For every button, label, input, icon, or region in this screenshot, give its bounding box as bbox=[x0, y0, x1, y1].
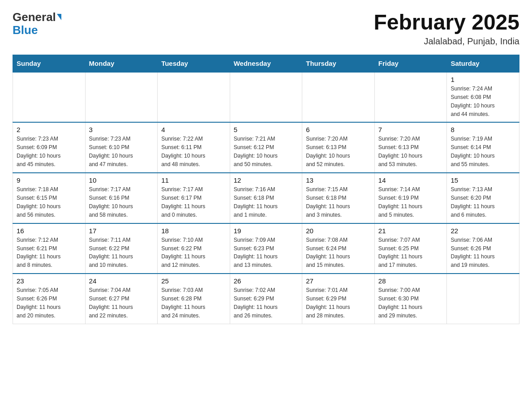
calendar-cell: 26Sunrise: 7:02 AM Sunset: 6:29 PM Dayli… bbox=[230, 274, 302, 324]
day-info: Sunrise: 7:03 AM Sunset: 6:28 PM Dayligh… bbox=[161, 286, 226, 320]
day-number: 25 bbox=[161, 277, 226, 285]
day-info: Sunrise: 7:22 AM Sunset: 6:11 PM Dayligh… bbox=[161, 135, 226, 169]
calendar-cell: 13Sunrise: 7:15 AM Sunset: 6:18 PM Dayli… bbox=[302, 173, 375, 223]
calendar-table: SundayMondayTuesdayWednesdayThursdayFrid… bbox=[13, 55, 519, 324]
day-info: Sunrise: 7:17 AM Sunset: 6:16 PM Dayligh… bbox=[89, 185, 154, 219]
day-number: 9 bbox=[17, 176, 82, 184]
day-info: Sunrise: 7:15 AM Sunset: 6:18 PM Dayligh… bbox=[306, 185, 371, 219]
day-number: 5 bbox=[234, 126, 299, 133]
day-info: Sunrise: 7:06 AM Sunset: 6:26 PM Dayligh… bbox=[450, 236, 515, 270]
calendar-cell bbox=[158, 72, 230, 123]
day-info: Sunrise: 7:04 AM Sunset: 6:27 PM Dayligh… bbox=[89, 286, 154, 320]
calendar-cell: 19Sunrise: 7:09 AM Sunset: 6:23 PM Dayli… bbox=[230, 223, 302, 274]
day-number: 18 bbox=[161, 227, 226, 235]
calendar-week-row: 9Sunrise: 7:18 AM Sunset: 6:15 PM Daylig… bbox=[13, 173, 519, 223]
day-info: Sunrise: 7:11 AM Sunset: 6:22 PM Dayligh… bbox=[89, 236, 154, 270]
day-info: Sunrise: 7:00 AM Sunset: 6:30 PM Dayligh… bbox=[378, 286, 443, 320]
weekday-header-sunday: Sunday bbox=[13, 55, 86, 72]
calendar-cell: 22Sunrise: 7:06 AM Sunset: 6:26 PM Dayli… bbox=[447, 223, 519, 274]
page-header: General Blue February 2025 Jalalabad, Pu… bbox=[13, 11, 519, 47]
calendar-cell: 1Sunrise: 7:24 AM Sunset: 6:08 PM Daylig… bbox=[447, 72, 519, 123]
weekday-header-thursday: Thursday bbox=[302, 55, 375, 72]
calendar-cell: 21Sunrise: 7:07 AM Sunset: 6:25 PM Dayli… bbox=[374, 223, 447, 274]
day-info: Sunrise: 7:12 AM Sunset: 6:21 PM Dayligh… bbox=[17, 236, 82, 270]
day-number: 1 bbox=[450, 76, 515, 83]
day-number: 14 bbox=[378, 176, 443, 184]
logo-blue-text: Blue bbox=[13, 23, 38, 37]
day-number: 22 bbox=[450, 227, 515, 235]
day-info: Sunrise: 7:20 AM Sunset: 6:13 PM Dayligh… bbox=[306, 135, 371, 169]
day-number: 6 bbox=[306, 126, 371, 133]
day-info: Sunrise: 7:08 AM Sunset: 6:24 PM Dayligh… bbox=[306, 236, 371, 270]
calendar-cell: 16Sunrise: 7:12 AM Sunset: 6:21 PM Dayli… bbox=[13, 223, 86, 274]
calendar-cell: 24Sunrise: 7:04 AM Sunset: 6:27 PM Dayli… bbox=[85, 274, 158, 324]
calendar-week-row: 23Sunrise: 7:05 AM Sunset: 6:26 PM Dayli… bbox=[13, 274, 519, 324]
day-info: Sunrise: 7:14 AM Sunset: 6:19 PM Dayligh… bbox=[378, 185, 443, 219]
weekday-header-row: SundayMondayTuesdayWednesdayThursdayFrid… bbox=[13, 55, 519, 72]
logo-triangle-icon bbox=[57, 14, 61, 20]
day-number: 16 bbox=[17, 227, 82, 235]
day-number: 24 bbox=[89, 277, 154, 285]
calendar-cell: 25Sunrise: 7:03 AM Sunset: 6:28 PM Dayli… bbox=[158, 274, 230, 324]
calendar-cell: 6Sunrise: 7:20 AM Sunset: 6:13 PM Daylig… bbox=[302, 122, 375, 173]
day-info: Sunrise: 7:13 AM Sunset: 6:20 PM Dayligh… bbox=[450, 185, 515, 219]
day-info: Sunrise: 7:02 AM Sunset: 6:29 PM Dayligh… bbox=[234, 286, 299, 320]
weekday-header-friday: Friday bbox=[374, 55, 447, 72]
day-info: Sunrise: 7:19 AM Sunset: 6:14 PM Dayligh… bbox=[450, 135, 515, 169]
calendar-cell: 20Sunrise: 7:08 AM Sunset: 6:24 PM Dayli… bbox=[302, 223, 375, 274]
calendar-week-row: 2Sunrise: 7:23 AM Sunset: 6:09 PM Daylig… bbox=[13, 122, 519, 173]
day-number: 7 bbox=[378, 126, 443, 133]
day-number: 15 bbox=[450, 176, 515, 184]
day-number: 2 bbox=[17, 126, 82, 133]
calendar-week-row: 16Sunrise: 7:12 AM Sunset: 6:21 PM Dayli… bbox=[13, 223, 519, 274]
day-info: Sunrise: 7:07 AM Sunset: 6:25 PM Dayligh… bbox=[378, 236, 443, 270]
calendar-cell: 18Sunrise: 7:10 AM Sunset: 6:22 PM Dayli… bbox=[158, 223, 230, 274]
calendar-cell bbox=[85, 72, 158, 123]
day-number: 3 bbox=[89, 126, 154, 133]
calendar-cell: 2Sunrise: 7:23 AM Sunset: 6:09 PM Daylig… bbox=[13, 122, 86, 173]
calendar-cell bbox=[230, 72, 302, 123]
day-number: 20 bbox=[306, 227, 371, 235]
weekday-header-saturday: Saturday bbox=[447, 55, 519, 72]
title-block: February 2025 Jalalabad, Punjab, India bbox=[373, 11, 519, 47]
day-info: Sunrise: 7:16 AM Sunset: 6:18 PM Dayligh… bbox=[234, 185, 299, 219]
day-number: 21 bbox=[378, 227, 443, 235]
calendar-week-row: 1Sunrise: 7:24 AM Sunset: 6:08 PM Daylig… bbox=[13, 72, 519, 123]
day-info: Sunrise: 7:18 AM Sunset: 6:15 PM Dayligh… bbox=[17, 185, 82, 219]
calendar-cell: 15Sunrise: 7:13 AM Sunset: 6:20 PM Dayli… bbox=[447, 173, 519, 223]
calendar-cell: 11Sunrise: 7:17 AM Sunset: 6:17 PM Dayli… bbox=[158, 173, 230, 223]
logo: General Blue bbox=[13, 11, 61, 36]
day-number: 4 bbox=[161, 126, 226, 133]
calendar-cell: 10Sunrise: 7:17 AM Sunset: 6:16 PM Dayli… bbox=[85, 173, 158, 223]
day-number: 11 bbox=[161, 176, 226, 184]
calendar-cell bbox=[302, 72, 375, 123]
calendar-cell: 28Sunrise: 7:00 AM Sunset: 6:30 PM Dayli… bbox=[374, 274, 447, 324]
calendar-cell: 23Sunrise: 7:05 AM Sunset: 6:26 PM Dayli… bbox=[13, 274, 86, 324]
month-title: February 2025 bbox=[373, 11, 519, 34]
calendar-cell bbox=[447, 274, 519, 324]
day-info: Sunrise: 7:10 AM Sunset: 6:22 PM Dayligh… bbox=[161, 236, 226, 270]
weekday-header-wednesday: Wednesday bbox=[230, 55, 302, 72]
calendar-cell: 27Sunrise: 7:01 AM Sunset: 6:29 PM Dayli… bbox=[302, 274, 375, 324]
calendar-cell: 4Sunrise: 7:22 AM Sunset: 6:11 PM Daylig… bbox=[158, 122, 230, 173]
calendar-cell: 9Sunrise: 7:18 AM Sunset: 6:15 PM Daylig… bbox=[13, 173, 86, 223]
day-number: 23 bbox=[17, 277, 82, 285]
day-number: 12 bbox=[234, 176, 299, 184]
day-number: 26 bbox=[234, 277, 299, 285]
location-title: Jalalabad, Punjab, India bbox=[373, 36, 519, 47]
day-number: 8 bbox=[450, 126, 515, 133]
calendar-cell: 14Sunrise: 7:14 AM Sunset: 6:19 PM Dayli… bbox=[374, 173, 447, 223]
day-number: 17 bbox=[89, 227, 154, 235]
day-info: Sunrise: 7:21 AM Sunset: 6:12 PM Dayligh… bbox=[234, 135, 299, 169]
day-number: 13 bbox=[306, 176, 371, 184]
day-number: 27 bbox=[306, 277, 371, 285]
calendar-cell: 5Sunrise: 7:21 AM Sunset: 6:12 PM Daylig… bbox=[230, 122, 302, 173]
calendar-cell bbox=[374, 72, 447, 123]
weekday-header-monday: Monday bbox=[85, 55, 158, 72]
weekday-header-tuesday: Tuesday bbox=[158, 55, 230, 72]
day-number: 10 bbox=[89, 176, 154, 184]
calendar-cell: 12Sunrise: 7:16 AM Sunset: 6:18 PM Dayli… bbox=[230, 173, 302, 223]
day-info: Sunrise: 7:23 AM Sunset: 6:09 PM Dayligh… bbox=[17, 135, 82, 169]
calendar-cell: 7Sunrise: 7:20 AM Sunset: 6:13 PM Daylig… bbox=[374, 122, 447, 173]
day-info: Sunrise: 7:23 AM Sunset: 6:10 PM Dayligh… bbox=[89, 135, 154, 169]
